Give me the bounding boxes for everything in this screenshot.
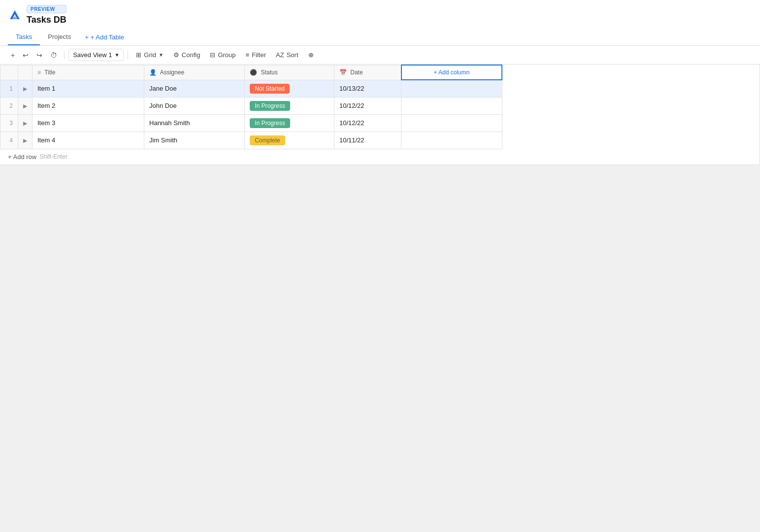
data-table: ≡ Title 👤 Assignee ⚫ Status 📅 [0, 65, 502, 149]
date-cell[interactable]: 10/12/22 [334, 97, 401, 114]
assignee-cell[interactable]: John Doe [144, 97, 245, 114]
title-cell[interactable]: Item 4 [33, 132, 144, 149]
title-cell[interactable]: Item 1 [33, 80, 144, 97]
config-button[interactable]: ⚙ Config [169, 49, 204, 61]
history-icon: ⏱ [50, 51, 57, 59]
col-header-title[interactable]: ≡ Title [33, 65, 144, 80]
more-options-button[interactable]: ⊕ [304, 49, 318, 61]
add-row-button[interactable]: + Add row Shift-Enter [0, 149, 760, 165]
expand-icon: ▶ [23, 86, 27, 92]
date-cell[interactable]: 10/12/22 [334, 114, 401, 132]
title-badge-col: PREVIEW Tasks DB [27, 5, 66, 25]
assignee-cell[interactable]: Jane Doe [144, 80, 245, 97]
redo-icon: ↪ [36, 51, 42, 59]
undo-icon: ↩ [23, 51, 29, 59]
col-assignee-label: Assignee [160, 69, 184, 76]
grid-chevron-icon: ▼ [159, 52, 164, 58]
toolbar-separator [64, 51, 65, 60]
expand-icon: ▶ [23, 103, 27, 109]
config-icon: ⚙ [173, 51, 179, 59]
tab-tasks[interactable]: Tasks [8, 29, 40, 45]
add-table-label: + Add Table [91, 33, 124, 41]
redo-button[interactable]: ↪ [33, 49, 45, 61]
add-icon-button[interactable]: + [8, 49, 18, 61]
saved-view-label: Saved View 1 [73, 51, 112, 59]
title-cell[interactable]: Item 2 [33, 97, 144, 114]
expand-cell[interactable]: ▶ [18, 132, 33, 149]
status-col-icon: ⚫ [250, 69, 257, 76]
status-badge[interactable]: Complete [250, 135, 285, 145]
date-cell[interactable]: 10/13/22 [334, 80, 401, 97]
undo-button[interactable]: ↩ [20, 49, 32, 61]
status-badge[interactable]: Not Started [250, 84, 290, 94]
status-cell[interactable]: Complete [245, 132, 334, 149]
assignee-col-icon: 👤 [149, 69, 157, 76]
toolbar: + ↩ ↪ ⏱ Saved View 1 ▼ ⊞ Grid ▼ ⚙ Config… [0, 46, 760, 65]
title-col-icon: ≡ [37, 69, 41, 76]
filter-label: Filter [252, 51, 266, 59]
main-content: ≡ Title 👤 Assignee ⚫ Status 📅 [0, 65, 760, 165]
add-col-cell [401, 80, 502, 97]
toolbar-separator-2 [128, 51, 128, 60]
add-table-button[interactable]: + + Add Table [79, 30, 130, 45]
more-icon: ⊕ [308, 51, 314, 59]
expand-icon: ▶ [23, 137, 27, 143]
assignee-cell[interactable]: Hannah Smith [144, 114, 245, 132]
add-col-cell [401, 132, 502, 149]
table-container: ≡ Title 👤 Assignee ⚫ Status 📅 [0, 65, 760, 165]
assignee-cell[interactable]: Jim Smith [144, 132, 245, 149]
add-col-cell [401, 97, 502, 114]
table-row[interactable]: 2 ▶ Item 2 John Doe In Progress 10/12/22 [0, 97, 502, 114]
app-logo [8, 8, 22, 22]
tab-projects[interactable]: Projects [40, 29, 79, 45]
col-header-assignee[interactable]: 👤 Assignee [144, 65, 245, 80]
grid-label: Grid [144, 51, 156, 59]
add-col-cell [401, 114, 502, 132]
row-number: 2 [0, 97, 18, 114]
group-button[interactable]: ⊟ Group [206, 49, 239, 61]
row-number: 4 [0, 132, 18, 149]
table-row[interactable]: 4 ▶ Item 4 Jim Smith Complete 10/11/22 [0, 132, 502, 149]
col-date-label: Date [350, 69, 363, 76]
add-icon: + [11, 51, 15, 59]
add-column-button[interactable]: + Add column [401, 65, 502, 80]
row-number: 1 [0, 80, 18, 97]
title-cell[interactable]: Item 3 [33, 114, 144, 132]
nav-tabs: Tasks Projects + + Add Table [8, 29, 752, 45]
status-cell[interactable]: In Progress [245, 97, 334, 114]
sort-icon: AZ [276, 51, 284, 59]
group-label: Group [218, 51, 235, 59]
filter-button[interactable]: ≡ Filter [242, 49, 270, 61]
group-icon: ⊟ [210, 51, 215, 59]
grid-icon: ⊞ [136, 51, 141, 59]
filter-icon: ≡ [246, 51, 250, 59]
table-row[interactable]: 1 ▶ Item 1 Jane Doe Not Started 10/13/22 [0, 80, 502, 97]
saved-view-dropdown[interactable]: Saved View 1 ▼ [68, 49, 124, 61]
expand-cell[interactable]: ▶ [18, 114, 33, 132]
grid-button[interactable]: ⊞ Grid ▼ [132, 49, 167, 61]
config-label: Config [182, 51, 200, 59]
add-row-hint: Shift-Enter [39, 153, 67, 160]
add-column-label: + Add column [433, 69, 469, 76]
expand-cell[interactable]: ▶ [18, 80, 33, 97]
date-cell[interactable]: 10/11/22 [334, 132, 401, 149]
status-badge[interactable]: In Progress [250, 101, 290, 111]
col-header-status[interactable]: ⚫ Status [245, 65, 334, 80]
app-title: Tasks DB [27, 15, 66, 25]
table-row[interactable]: 3 ▶ Item 3 Hannah Smith In Progress 10/1… [0, 114, 502, 132]
history-button[interactable]: ⏱ [47, 49, 60, 61]
sort-label: Sort [287, 51, 298, 59]
col-title-label: Title [44, 69, 55, 76]
chevron-down-icon: ▼ [114, 52, 119, 58]
col-header-date[interactable]: 📅 Date [334, 65, 401, 80]
status-cell[interactable]: In Progress [245, 114, 334, 132]
expand-cell[interactable]: ▶ [18, 97, 33, 114]
date-col-icon: 📅 [339, 69, 347, 76]
status-badge[interactable]: In Progress [250, 118, 290, 128]
top-header: PREVIEW Tasks DB Tasks Projects + + Add … [0, 0, 760, 46]
status-cell[interactable]: Not Started [245, 80, 334, 97]
sort-button[interactable]: AZ Sort [272, 49, 302, 61]
app-container: PREVIEW Tasks DB Tasks Projects + + Add … [0, 0, 760, 532]
add-row-label: + Add row [8, 153, 36, 161]
col-status-label: Status [261, 69, 278, 76]
